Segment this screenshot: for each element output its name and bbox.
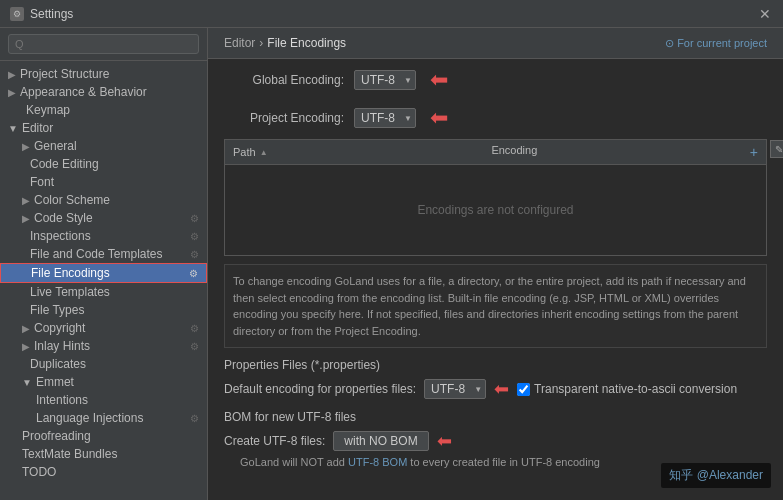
sidebar-item-code-style[interactable]: ▶ Code Style ⚙ (0, 209, 207, 227)
annotation-arrow-4: ⬅ (437, 430, 452, 452)
sidebar: ▶ Project Structure ▶ Appearance & Behav… (0, 28, 208, 500)
encoding-table-container: Path ▲ Encoding + Encodings are not conf… (224, 139, 767, 256)
right-panel: Editor › File Encodings ⊙ For current pr… (208, 28, 783, 500)
breadcrumb-current: File Encodings (267, 36, 346, 50)
search-input[interactable] (8, 34, 199, 54)
project-encoding-select[interactable]: UTF-8 (354, 108, 416, 128)
sidebar-item-live-templates[interactable]: Live Templates (0, 283, 207, 301)
settings-icon: ⚙ (10, 7, 24, 21)
sidebar-item-color-scheme[interactable]: ▶ Color Scheme (0, 191, 207, 209)
sidebar-tree: ▶ Project Structure ▶ Appearance & Behav… (0, 61, 207, 500)
global-encoding-select[interactable]: UTF-8 (354, 70, 416, 90)
gear-icon: ⚙ (190, 413, 199, 424)
gear-icon: ⚙ (190, 231, 199, 242)
title-bar: ⚙ Settings ✕ (0, 0, 783, 28)
bom-link[interactable]: UTF-8 BOM (348, 456, 407, 468)
table-col-encoding: Encoding (491, 144, 749, 160)
sidebar-item-appearance[interactable]: ▶ Appearance & Behavior (0, 83, 207, 101)
gear-icon: ⚙ (189, 268, 198, 279)
expand-arrow: ▼ (22, 377, 32, 388)
sidebar-item-intentions[interactable]: Intentions (0, 391, 207, 409)
expand-arrow: ▼ (8, 123, 18, 134)
properties-encoding-select-wrapper[interactable]: UTF-8 ▼ (424, 379, 486, 399)
close-button[interactable]: ✕ (757, 6, 773, 22)
properties-section-title: Properties Files (*.properties) (224, 358, 767, 372)
bom-row: Create UTF-8 files: with NO BOM ⬅ (224, 430, 767, 452)
global-encoding-label: Global Encoding: (224, 73, 344, 87)
table-col-path: Path ▲ (233, 144, 491, 160)
edit-icon[interactable]: ✎ (770, 140, 783, 158)
annotation-arrow-1: ⬅ (430, 67, 448, 93)
watermark: 知乎 @Alexander (661, 463, 771, 488)
global-encoding-select-wrapper[interactable]: UTF-8 ▼ (354, 70, 416, 90)
main-content: ▶ Project Structure ▶ Appearance & Behav… (0, 28, 783, 500)
sort-icon: ▲ (260, 148, 268, 157)
properties-row: Default encoding for properties files: U… (224, 378, 767, 400)
default-encoding-label: Default encoding for properties files: (224, 382, 416, 396)
sidebar-item-editor[interactable]: ▼ Editor (0, 119, 207, 137)
project-encoding-label: Project Encoding: (224, 111, 344, 125)
info-box: To change encoding GoLand uses for a fil… (224, 264, 767, 348)
title-bar-left: ⚙ Settings (10, 7, 73, 21)
transparent-checkbox-label[interactable]: Transparent native-to-ascii conversion (517, 382, 737, 396)
sidebar-item-copyright[interactable]: ▶ Copyright ⚙ (0, 319, 207, 337)
expand-arrow: ▶ (8, 69, 16, 80)
expand-arrow: ▶ (22, 341, 30, 352)
global-encoding-row: Global Encoding: UTF-8 ▼ ⬅ (208, 59, 783, 97)
add-encoding-button[interactable]: + (750, 144, 758, 160)
expand-arrow: ▶ (22, 141, 30, 152)
panel-header: Editor › File Encodings ⊙ For current pr… (208, 28, 783, 59)
sidebar-item-inlay-hints[interactable]: ▶ Inlay Hints ⚙ (0, 337, 207, 355)
title-bar-controls: ✕ (757, 6, 773, 22)
sidebar-item-general[interactable]: ▶ General (0, 137, 207, 155)
table-body: Encodings are not configured (225, 165, 766, 255)
project-encoding-select-wrapper[interactable]: UTF-8 ▼ (354, 108, 416, 128)
sidebar-item-textmate-bundles[interactable]: TextMate Bundles (0, 445, 207, 463)
sidebar-item-emmet[interactable]: ▼ Emmet (0, 373, 207, 391)
sidebar-item-font[interactable]: Font (0, 173, 207, 191)
sidebar-item-todo[interactable]: TODO (0, 463, 207, 481)
create-bom-value: with NO BOM (333, 431, 428, 451)
expand-arrow: ▶ (22, 213, 30, 224)
expand-arrow: ▶ (22, 195, 30, 206)
gear-icon: ⚙ (190, 323, 199, 334)
sidebar-item-proofreading[interactable]: Proofreading (0, 427, 207, 445)
title-bar-title: Settings (30, 7, 73, 21)
panel-body: Global Encoding: UTF-8 ▼ ⬅ Project Encod… (208, 59, 783, 500)
table-header: Path ▲ Encoding + (225, 140, 766, 165)
sidebar-item-keymap[interactable]: Keymap (0, 101, 207, 119)
sidebar-item-project-structure[interactable]: ▶ Project Structure (0, 65, 207, 83)
transparent-checkbox[interactable] (517, 383, 530, 396)
sidebar-item-file-types[interactable]: File Types (0, 301, 207, 319)
annotation-arrow-2: ⬅ (430, 105, 448, 131)
sidebar-item-language-injections[interactable]: Language Injections ⚙ (0, 409, 207, 427)
expand-arrow: ▶ (22, 323, 30, 334)
gear-icon: ⚙ (190, 213, 199, 224)
empty-label: Encodings are not configured (417, 203, 573, 217)
search-box[interactable] (0, 28, 207, 61)
breadcrumb-parent: Editor (224, 36, 255, 50)
project-tag[interactable]: ⊙ For current project (665, 37, 767, 50)
breadcrumb-separator: › (259, 36, 263, 50)
expand-arrow: ▶ (8, 87, 16, 98)
bom-section-title: BOM for new UTF-8 files (224, 410, 767, 424)
sidebar-item-code-editing[interactable]: Code Editing (0, 155, 207, 173)
project-encoding-row: Project Encoding: UTF-8 ▼ ⬅ (208, 97, 783, 135)
properties-encoding-select[interactable]: UTF-8 (424, 379, 486, 399)
annotation-arrow-3: ⬅ (494, 378, 509, 400)
sidebar-item-file-encodings[interactable]: File Encodings ⚙ (0, 263, 207, 283)
gear-icon: ⚙ (190, 249, 199, 260)
sidebar-item-duplicates[interactable]: Duplicates (0, 355, 207, 373)
info-text: To change encoding GoLand uses for a fil… (233, 275, 746, 337)
sidebar-item-file-code-templates[interactable]: File and Code Templates ⚙ (0, 245, 207, 263)
table-side-buttons: ✎ (770, 140, 783, 158)
sidebar-item-inspections[interactable]: Inspections ⚙ (0, 227, 207, 245)
create-bom-label: Create UTF-8 files: (224, 434, 325, 448)
properties-section: Properties Files (*.properties) Default … (224, 358, 767, 400)
breadcrumb: Editor › File Encodings (224, 36, 346, 50)
gear-icon: ⚙ (190, 341, 199, 352)
